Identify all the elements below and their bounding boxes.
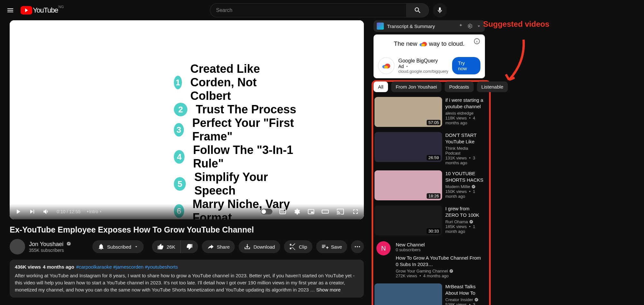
more-horiz-icon	[354, 243, 361, 250]
hashtag[interactable]: #jamescorden	[113, 264, 143, 270]
app-header: YouTube NG	[0, 0, 644, 20]
volume-icon[interactable]	[43, 208, 50, 215]
thumb-down-icon	[186, 243, 193, 250]
hashtag[interactable]: #carpoolkaraoke	[76, 264, 112, 270]
ad-badge: Ad	[398, 64, 404, 69]
search-input[interactable]	[210, 3, 406, 17]
download-label: Download	[253, 244, 275, 250]
autoplay-toggle[interactable]	[261, 209, 272, 214]
description-box[interactable]: 436K views 4 months ago #carpoolkaraoke …	[10, 260, 364, 298]
scissors-icon	[289, 243, 296, 250]
fullscreen-icon[interactable]	[352, 208, 359, 215]
channel-avatar[interactable]	[10, 239, 25, 254]
suggested-channel: Modern Millie	[445, 184, 484, 189]
suggested-title: 10 YOUTUBE SHORTS HACKS | Unlocking Rapi…	[445, 170, 484, 183]
svg-rect-5	[322, 210, 328, 213]
clip-button[interactable]: Clip	[284, 240, 312, 253]
filter-chip[interactable]: Listenable	[477, 81, 508, 92]
theater-icon[interactable]	[321, 208, 329, 215]
video-player[interactable]: 1Created Like Corden, Not Colbert2Trust …	[10, 20, 364, 219]
more-actions-button[interactable]	[351, 240, 364, 253]
suggested-thumbnail: 26:59	[374, 132, 442, 162]
share-icon	[207, 243, 214, 250]
extension-logo-icon	[377, 23, 384, 30]
duration-badge: 26:59	[427, 155, 440, 160]
secondary-column: Suggested videos Transcript & Summary Th…	[374, 20, 485, 305]
filter-chip[interactable]: From Jon Youshaei	[391, 81, 441, 92]
svg-point-7	[357, 246, 358, 247]
settings-icon[interactable]	[293, 208, 301, 215]
hamburger-icon[interactable]	[6, 6, 14, 14]
svg-point-12	[421, 44, 425, 46]
share-button[interactable]: Share	[202, 240, 235, 253]
hashtag[interactable]: #youtubeshorts	[145, 264, 178, 270]
ad-unit[interactable]: The new way to cloud. Google BigQuery Ad…	[374, 34, 485, 78]
suggested-stats: 131K views • 3 months ago	[445, 156, 484, 165]
suggested-channel: Grow Your Gaming Channel	[396, 269, 484, 273]
search-button[interactable]	[406, 3, 429, 17]
download-button[interactable]: Download	[239, 240, 280, 253]
time-display: 0:10 / 12:55	[57, 209, 80, 214]
suggested-video-item[interactable]: 18:26 10 YOUTUBE SHORTS HACKS | Unlockin…	[374, 169, 485, 201]
voice-search-button[interactable]	[433, 3, 447, 17]
next-icon[interactable]	[28, 208, 36, 215]
youtube-logo[interactable]: YouTube NG	[21, 6, 58, 14]
suggested-videos-list: 57:05 if i were starting a youtube chann…	[374, 96, 485, 305]
extension-panel[interactable]: Transcript & Summary	[374, 20, 485, 32]
cast-icon[interactable]	[336, 208, 345, 215]
chevron-down-icon[interactable]	[476, 23, 482, 29]
save-button[interactable]: Save	[316, 240, 347, 253]
miniplayer-icon[interactable]	[307, 208, 315, 215]
suggested-channel: Ruri Ohama	[445, 219, 484, 224]
chapter-display[interactable]: • Intro	[87, 209, 103, 214]
video-bullet: 2Trust The Process	[174, 103, 299, 116]
svg-rect-4	[311, 212, 313, 213]
ad-cta-button[interactable]: Try now	[452, 57, 480, 74]
extension-title: Transcript & Summary	[387, 24, 455, 29]
annotation-label: Suggested videos	[483, 20, 549, 29]
like-button[interactable]: 26K	[152, 240, 181, 253]
suggested-channel: Think Media Podcast	[445, 146, 484, 156]
sparkle-icon[interactable]	[458, 23, 464, 29]
duration-badge: 30:33	[427, 228, 440, 234]
play-icon[interactable]	[14, 208, 22, 215]
ad-url: cloud.google.com/bigquery	[398, 69, 448, 74]
video-bullet: 3Perfect Your "First Frame"	[174, 116, 299, 143]
svg-text:CC: CC	[281, 211, 285, 214]
meta-row: Jon Youshaei 355K subscribers Subscribed…	[10, 239, 364, 254]
suggested-video-item[interactable]: 57:05 if i were starting a youtube chann…	[374, 96, 485, 128]
show-more-button[interactable]: Show more	[316, 287, 341, 292]
video-bullet: 5Simplify Your Speech	[174, 170, 299, 197]
playlist-add-icon	[321, 243, 328, 250]
description-text: After working at YouTube and Instagram f…	[15, 273, 355, 292]
filter-chip[interactable]: Podcasts	[445, 81, 474, 92]
video-bullet: 4Follow The "3-In-1 Rule"	[174, 143, 299, 170]
channel-name[interactable]: Jon Youshaei	[29, 241, 63, 248]
new-channel-avatar: N	[376, 241, 391, 255]
info-icon[interactable]	[473, 38, 480, 45]
ad-title: Google BigQuery	[398, 58, 448, 64]
filter-chip[interactable]: All	[374, 81, 388, 92]
suggested-video-item[interactable]: 30:33 I grew from ZERO TO 100K SUBSCRIBE…	[374, 205, 485, 236]
annotation-arrow	[504, 36, 527, 85]
player-controls: 0:10 / 12:55 • Intro CC	[10, 204, 364, 219]
suggested-video-item[interactable]: N New Channel 0 subscribers How To Grow …	[374, 240, 485, 279]
verified-icon	[471, 185, 476, 189]
suggested-stats: 150K views • 1 month ago	[445, 189, 484, 199]
dislike-button[interactable]	[181, 240, 198, 253]
suggested-title: MrBeast Talks About How To Get More View…	[445, 283, 484, 296]
suggested-video-item[interactable]: 26:59 DON'T START YouTube Like Everyone …	[374, 131, 485, 166]
ad-headline-post: way to cloud.	[429, 40, 465, 47]
subscribe-button[interactable]: Subscribed	[92, 240, 144, 253]
suggested-channel: alexis eldredge	[445, 111, 484, 116]
captions-icon[interactable]: CC	[279, 208, 287, 215]
video-title: Ex-YouTube Employee Exposes How To Grow …	[10, 225, 364, 234]
gear-icon[interactable]	[467, 23, 473, 29]
chevron-right-icon	[99, 210, 103, 214]
suggested-title: I grew from ZERO TO 100K SUBSCRIBERS in …	[445, 205, 484, 218]
suggested-video-item[interactable]: 16:36 MrBeast Talks About How To Get Mor…	[374, 282, 485, 305]
cloud-icon	[381, 62, 391, 69]
svg-point-9	[469, 25, 471, 27]
verified-icon	[474, 298, 478, 302]
suggested-thumbnail: 57:05	[374, 97, 442, 127]
